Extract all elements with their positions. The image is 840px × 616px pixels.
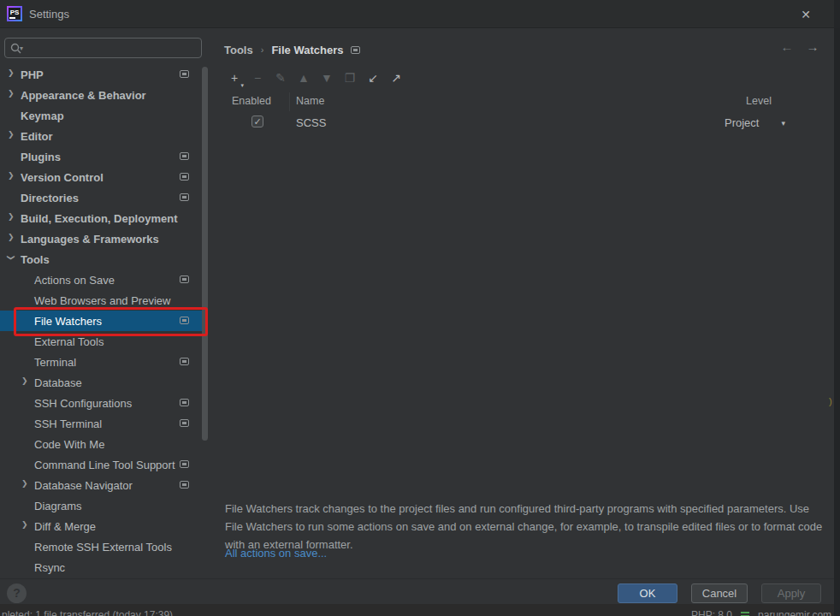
status-right-group: PHP: 8.0 parungemir.com 3UK:n xyxy=(691,609,840,616)
chevron-right-icon: ❯ xyxy=(21,376,28,385)
breadcrumb-file-watchers[interactable]: File Watchers xyxy=(271,44,343,56)
sidebar-item-command-line-tool-support[interactable]: ❯ Command Line Tool Support xyxy=(0,454,203,475)
breadcrumb-tools[interactable]: Tools xyxy=(224,44,253,56)
sidebar-item-database-navigator[interactable]: ❯ Database Navigator xyxy=(0,475,203,495)
search-input[interactable] xyxy=(27,42,180,55)
sidebar-item-languages-frameworks[interactable]: ❯ Languages & Frameworks xyxy=(0,228,203,249)
sidebar-item-editor[interactable]: ❯ Editor xyxy=(0,126,203,146)
sidebar-item-build-execution-deployment[interactable]: ❯ Build, Execution, Deployment xyxy=(0,208,203,228)
modified-indicator-icon xyxy=(180,460,189,468)
column-header-level: Level xyxy=(746,95,772,107)
modified-indicator-icon xyxy=(180,70,189,78)
chevron-right-icon: ❯ xyxy=(21,520,28,529)
sidebar-item-diff-merge[interactable]: ❯ Diff & Merge xyxy=(0,516,203,536)
watchers-table-header: Enabled Name Level xyxy=(224,92,816,111)
watchers-toolbar: + ▾ − ▾ ✎ ▾ ▲ ▾ ▼ xyxy=(228,70,403,86)
deployment-server-icon xyxy=(741,611,749,616)
sidebar-item-ssh-configurations[interactable]: ❯ SSH Configurations xyxy=(0,393,203,413)
toolbar-move-up-icon: ▲ xyxy=(298,71,310,85)
toolbar-move-down-icon: ▼ xyxy=(321,71,333,85)
sidebar-item-label: Languages & Frameworks xyxy=(21,233,159,246)
modified-indicator-icon xyxy=(180,481,189,489)
sidebar-item-label: PHP xyxy=(21,68,44,81)
forward-arrow-icon[interactable]: → xyxy=(804,39,821,54)
toolbar-import-icon: ↙ xyxy=(368,71,378,85)
toolbar-edit-icon: ✎ xyxy=(275,71,286,85)
sidebar-item-file-watchers[interactable]: ❯ File Watchers xyxy=(0,311,203,331)
sidebar-item-directories[interactable]: ❯ Directories xyxy=(0,187,203,208)
chevron-down-icon: ▾ xyxy=(781,119,785,127)
toolbar-remove-icon: − xyxy=(254,71,261,85)
ide-status-bar: pleted: 1 file transferred (today 17:39)… xyxy=(0,604,840,616)
sidebar-item-web-browsers-and-preview[interactable]: ❯ Web Browsers and Preview xyxy=(0,290,203,311)
toolbar-import-button[interactable]: ↙ ▾ xyxy=(366,70,380,86)
sidebar-item-remote-ssh-external-tools[interactable]: ❯ Remote SSH External Tools xyxy=(0,536,203,557)
toolbar-move-up-button[interactable]: ▲ ▾ xyxy=(297,70,311,86)
all-actions-on-save-link[interactable]: All actions on save... xyxy=(225,547,327,560)
sidebar-item-diagrams[interactable]: ❯ Diagrams xyxy=(0,495,203,516)
chevron-right-icon: ❯ xyxy=(7,254,15,261)
modified-indicator-icon xyxy=(180,358,189,365)
sidebar-item-label: Command Line Tool Support xyxy=(34,459,175,471)
sidebar-item-rsync[interactable]: ❯ Rsync xyxy=(0,557,203,578)
sidebar-item-php[interactable]: ❯ PHP xyxy=(0,64,203,85)
back-arrow-icon[interactable]: ← xyxy=(778,39,796,54)
ide-background-edge xyxy=(834,28,840,616)
modified-indicator-icon xyxy=(180,275,189,283)
php-version-text: PHP: 8.0 xyxy=(691,609,732,616)
cancel-button[interactable]: Cancel xyxy=(691,583,748,603)
breadcrumb: Tools › File Watchers xyxy=(224,41,360,58)
sidebar-item-terminal[interactable]: ❯ Terminal xyxy=(0,352,203,372)
sidebar-item-label: Build, Execution, Deployment xyxy=(21,212,177,225)
toolbar-add-button[interactable]: + ▾ xyxy=(228,70,241,86)
sidebar-item-version-control[interactable]: ❯ Version Control xyxy=(0,167,203,187)
sidebar-item-tools[interactable]: ❯ Tools xyxy=(0,249,203,270)
sidebar-item-code-with-me[interactable]: ❯ Code With Me xyxy=(0,434,203,454)
window-title: Settings xyxy=(29,8,69,21)
ok-button[interactable]: OK xyxy=(618,583,677,603)
apply-button[interactable]: Apply xyxy=(761,583,821,603)
close-icon[interactable]: ✕ xyxy=(796,6,815,23)
background-text-fragment: ) xyxy=(829,396,832,406)
toolbar-edit-button[interactable]: ✎ ▾ xyxy=(274,70,287,86)
sidebar-item-keymap[interactable]: ❯ Keymap xyxy=(0,105,203,126)
sidebar-item-label: Keymap xyxy=(21,110,64,122)
toolbar-duplicate-button[interactable]: ❐ ▾ xyxy=(343,70,357,86)
enabled-checkbox[interactable]: ✓ xyxy=(251,116,263,127)
search-options-caret-icon[interactable]: ▾ xyxy=(20,44,23,52)
file-watchers-description: File Watchers track changes to the proje… xyxy=(225,500,824,554)
sidebar-item-appearance-behavior[interactable]: ❯ Appearance & Behavior xyxy=(0,85,203,105)
sidebar-item-label: Editor xyxy=(21,130,53,143)
modified-indicator-icon xyxy=(180,193,189,201)
toolbar-duplicate-icon: ❐ xyxy=(345,71,356,85)
sidebar-item-external-tools[interactable]: ❯ External Tools xyxy=(0,331,203,352)
help-button[interactable]: ? xyxy=(7,583,27,603)
sidebar-item-label: Database Navigator xyxy=(34,479,133,492)
sidebar-item-ssh-terminal[interactable]: ❯ SSH Terminal xyxy=(0,413,203,434)
sidebar-item-label: Tools xyxy=(21,253,50,266)
chevron-right-icon: ❯ xyxy=(8,212,15,221)
settings-dialog: PS Settings ✕ ▾ ❯ PHP xyxy=(0,0,834,604)
modified-indicator-icon xyxy=(180,419,189,427)
sidebar-item-label: SSH Terminal xyxy=(34,418,102,430)
sidebar-scrollbar-thumb[interactable] xyxy=(202,67,208,441)
sidebar-item-label: Remote SSH External Tools xyxy=(34,541,172,554)
toolbar-export-button[interactable]: ↗ ▾ xyxy=(389,70,403,86)
watcher-row-scss[interactable]: ✓ SCSS Project ▾ xyxy=(224,111,816,133)
settings-tree: ❯ PHP ❯ Appearance & Behavior ❯ Keymap xyxy=(0,64,210,578)
sidebar-item-actions-on-save[interactable]: ❯ Actions on Save xyxy=(0,270,203,290)
sidebar-item-label: Actions on Save xyxy=(34,274,115,287)
level-dropdown[interactable]: Project ▾ xyxy=(725,116,785,129)
breadcrumb-separator-icon: › xyxy=(261,44,264,55)
sidebar-item-database[interactable]: ❯ Database xyxy=(0,372,203,393)
sidebar-item-label: Version Control xyxy=(21,171,104,184)
toolbar-move-down-button[interactable]: ▼ ▾ xyxy=(320,70,334,86)
sidebar-item-label: File Watchers xyxy=(34,315,102,328)
settings-search-box[interactable]: ▾ xyxy=(4,38,202,58)
toolbar-remove-button[interactable]: − ▾ xyxy=(251,70,264,86)
modified-indicator-icon xyxy=(351,46,360,54)
sidebar-item-plugins[interactable]: ❯ Plugins xyxy=(0,146,203,167)
chevron-right-icon: ❯ xyxy=(8,68,15,77)
modified-indicator-icon xyxy=(180,399,189,406)
sidebar-item-label: External Tools xyxy=(34,335,104,348)
